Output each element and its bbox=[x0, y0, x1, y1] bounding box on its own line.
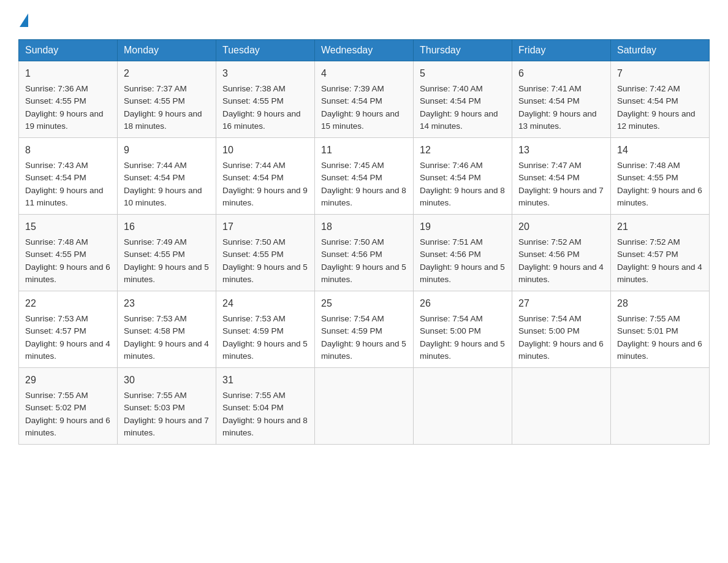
day-number: 8 bbox=[25, 143, 111, 158]
logo-triangle-icon bbox=[20, 13, 28, 27]
day-header-friday: Friday bbox=[512, 40, 611, 61]
calendar-cell: 11Sunrise: 7:45 AMSunset: 4:54 PMDayligh… bbox=[315, 138, 414, 215]
day-number: 21 bbox=[617, 220, 703, 234]
calendar-cell bbox=[315, 368, 414, 445]
day-number: 11 bbox=[321, 143, 407, 158]
calendar-cell: 12Sunrise: 7:46 AMSunset: 4:54 PMDayligh… bbox=[414, 138, 512, 215]
calendar-cell: 21Sunrise: 7:52 AMSunset: 4:57 PMDayligh… bbox=[611, 215, 710, 291]
calendar-cell: 6Sunrise: 7:41 AMSunset: 4:54 PMDaylight… bbox=[512, 61, 611, 138]
day-number: 1 bbox=[25, 66, 111, 81]
calendar-cell: 31Sunrise: 7:55 AMSunset: 5:04 PMDayligh… bbox=[216, 368, 315, 445]
calendar-week-1: 1Sunrise: 7:36 AMSunset: 4:55 PMDaylight… bbox=[19, 61, 710, 138]
calendar-cell: 13Sunrise: 7:47 AMSunset: 4:54 PMDayligh… bbox=[512, 138, 611, 215]
calendar-cell bbox=[611, 368, 710, 445]
day-number: 19 bbox=[420, 220, 506, 234]
day-header-thursday: Thursday bbox=[414, 40, 512, 61]
day-number: 10 bbox=[222, 143, 308, 158]
calendar-week-5: 29Sunrise: 7:55 AMSunset: 5:02 PMDayligh… bbox=[19, 368, 710, 445]
calendar-cell bbox=[512, 368, 611, 445]
page-header bbox=[18, 12, 710, 27]
calendar-cell: 22Sunrise: 7:53 AMSunset: 4:57 PMDayligh… bbox=[19, 291, 118, 368]
day-number: 23 bbox=[124, 296, 210, 311]
calendar-cell: 3Sunrise: 7:38 AMSunset: 4:55 PMDaylight… bbox=[216, 61, 315, 138]
calendar-cell: 25Sunrise: 7:54 AMSunset: 4:59 PMDayligh… bbox=[315, 291, 414, 368]
calendar-week-4: 22Sunrise: 7:53 AMSunset: 4:57 PMDayligh… bbox=[19, 291, 710, 368]
day-number: 25 bbox=[321, 296, 407, 311]
calendar-cell: 29Sunrise: 7:55 AMSunset: 5:02 PMDayligh… bbox=[19, 368, 118, 445]
calendar-cell: 10Sunrise: 7:44 AMSunset: 4:54 PMDayligh… bbox=[216, 138, 315, 215]
logo bbox=[18, 12, 28, 27]
day-number: 4 bbox=[321, 66, 407, 81]
day-number: 24 bbox=[222, 296, 308, 311]
day-number: 9 bbox=[124, 143, 210, 158]
day-number: 20 bbox=[518, 220, 604, 234]
calendar-cell: 1Sunrise: 7:36 AMSunset: 4:55 PMDaylight… bbox=[19, 61, 118, 138]
calendar-cell: 24Sunrise: 7:53 AMSunset: 4:59 PMDayligh… bbox=[216, 291, 315, 368]
calendar-week-3: 15Sunrise: 7:48 AMSunset: 4:55 PMDayligh… bbox=[19, 215, 710, 291]
day-number: 31 bbox=[222, 373, 308, 388]
day-number: 12 bbox=[420, 143, 506, 158]
day-number: 26 bbox=[420, 296, 506, 311]
day-number: 27 bbox=[518, 296, 604, 311]
calendar-cell: 15Sunrise: 7:48 AMSunset: 4:55 PMDayligh… bbox=[19, 215, 118, 291]
day-number: 29 bbox=[25, 373, 111, 388]
day-number: 17 bbox=[222, 220, 308, 234]
calendar-cell: 2Sunrise: 7:37 AMSunset: 4:55 PMDaylight… bbox=[118, 61, 216, 138]
day-number: 30 bbox=[124, 373, 210, 388]
day-number: 18 bbox=[321, 220, 407, 234]
calendar-cell: 18Sunrise: 7:50 AMSunset: 4:56 PMDayligh… bbox=[315, 215, 414, 291]
calendar-cell: 26Sunrise: 7:54 AMSunset: 5:00 PMDayligh… bbox=[414, 291, 512, 368]
calendar-week-2: 8Sunrise: 7:43 AMSunset: 4:54 PMDaylight… bbox=[19, 138, 710, 215]
day-number: 28 bbox=[617, 296, 703, 311]
day-number: 13 bbox=[518, 143, 604, 158]
calendar-cell bbox=[414, 368, 512, 445]
calendar-cell: 16Sunrise: 7:49 AMSunset: 4:55 PMDayligh… bbox=[118, 215, 216, 291]
calendar-cell: 17Sunrise: 7:50 AMSunset: 4:55 PMDayligh… bbox=[216, 215, 315, 291]
day-header-wednesday: Wednesday bbox=[315, 40, 414, 61]
day-number: 2 bbox=[124, 66, 210, 81]
calendar-cell: 27Sunrise: 7:54 AMSunset: 5:00 PMDayligh… bbox=[512, 291, 611, 368]
calendar-cell: 5Sunrise: 7:40 AMSunset: 4:54 PMDaylight… bbox=[414, 61, 512, 138]
day-header-tuesday: Tuesday bbox=[216, 40, 315, 61]
calendar-cell: 14Sunrise: 7:48 AMSunset: 4:55 PMDayligh… bbox=[611, 138, 710, 215]
calendar-table: SundayMondayTuesdayWednesdayThursdayFrid… bbox=[18, 39, 710, 445]
day-number: 16 bbox=[124, 220, 210, 234]
calendar-cell: 4Sunrise: 7:39 AMSunset: 4:54 PMDaylight… bbox=[315, 61, 414, 138]
calendar-cell: 30Sunrise: 7:55 AMSunset: 5:03 PMDayligh… bbox=[118, 368, 216, 445]
day-number: 3 bbox=[222, 66, 308, 81]
day-number: 5 bbox=[420, 66, 506, 81]
day-header-sunday: Sunday bbox=[19, 40, 118, 61]
day-number: 14 bbox=[617, 143, 703, 158]
day-number: 22 bbox=[25, 296, 111, 311]
calendar-cell: 8Sunrise: 7:43 AMSunset: 4:54 PMDaylight… bbox=[19, 138, 118, 215]
day-number: 15 bbox=[25, 220, 111, 234]
calendar-cell: 20Sunrise: 7:52 AMSunset: 4:56 PMDayligh… bbox=[512, 215, 611, 291]
calendar-cell: 28Sunrise: 7:55 AMSunset: 5:01 PMDayligh… bbox=[611, 291, 710, 368]
day-header-monday: Monday bbox=[118, 40, 216, 61]
calendar-cell: 23Sunrise: 7:53 AMSunset: 4:58 PMDayligh… bbox=[118, 291, 216, 368]
calendar-cell: 9Sunrise: 7:44 AMSunset: 4:54 PMDaylight… bbox=[118, 138, 216, 215]
day-number: 7 bbox=[617, 66, 703, 81]
day-header-saturday: Saturday bbox=[611, 40, 710, 61]
calendar-cell: 7Sunrise: 7:42 AMSunset: 4:54 PMDaylight… bbox=[611, 61, 710, 138]
day-number: 6 bbox=[518, 66, 604, 81]
calendar-cell: 19Sunrise: 7:51 AMSunset: 4:56 PMDayligh… bbox=[414, 215, 512, 291]
calendar-header-row: SundayMondayTuesdayWednesdayThursdayFrid… bbox=[19, 40, 710, 61]
